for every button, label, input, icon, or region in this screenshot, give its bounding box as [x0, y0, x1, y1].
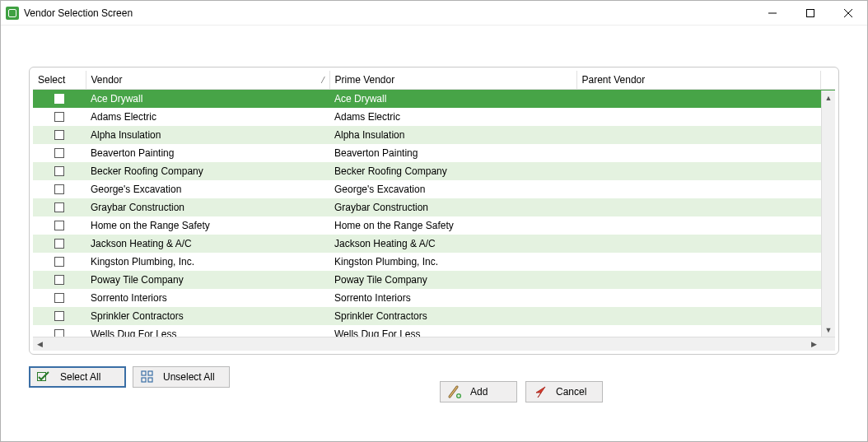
table-row[interactable]: Adams ElectricAdams Electric — [33, 108, 835, 126]
vendor-table: Select Vendor ⁄ Prime Vendor Parent Vend… — [33, 71, 835, 351]
cell-vendor: Home on the Range Safety — [86, 216, 329, 235]
table-row[interactable]: Sorrento InteriorsSorrento Interiors — [33, 289, 835, 307]
sort-indicator-icon: ⁄ — [323, 76, 324, 85]
minimize-button[interactable] — [754, 1, 791, 26]
minimize-icon — [768, 9, 777, 17]
maximize-icon — [806, 9, 814, 17]
select-all-label: Select All — [60, 371, 100, 383]
cell-parent — [576, 253, 820, 271]
table-row[interactable]: Jackson Heating & A/CJackson Heating & A… — [33, 235, 835, 253]
cell-vendor: Beaverton Painting — [86, 144, 329, 162]
add-button[interactable]: Add — [440, 381, 517, 402]
cell-prime: George's Excavation — [329, 180, 576, 198]
cell-vendor: Graybar Construction — [86, 198, 329, 216]
cell-vendor: Poway Tile Company — [86, 271, 329, 289]
cell-parent — [576, 180, 820, 198]
cell-prime: Adams Electric — [329, 108, 576, 126]
cell-vendor: Adams Electric — [86, 108, 329, 126]
cell-prime: Kingston Plumbing, Inc. — [329, 253, 576, 271]
table-row[interactable]: Sprinkler ContractorsSprinkler Contracto… — [33, 307, 835, 325]
close-icon — [844, 9, 852, 17]
row-checkbox[interactable] — [54, 257, 64, 267]
cell-vendor: Becker Roofing Company — [86, 162, 329, 180]
cancel-icon — [533, 384, 548, 399]
add-icon — [447, 384, 462, 399]
row-checkbox[interactable] — [54, 148, 64, 158]
col-header-parent[interactable]: Parent Vendor — [576, 71, 820, 90]
cell-vendor: Sprinkler Contractors — [86, 307, 329, 325]
cell-parent — [576, 307, 820, 325]
cell-vendor: George's Excavation — [86, 180, 329, 198]
col-header-vendor[interactable]: Vendor ⁄ — [86, 71, 329, 90]
scroll-left-icon[interactable]: ◀ — [33, 337, 47, 351]
vendor-panel: Select Vendor ⁄ Prime Vendor Parent Vend… — [29, 67, 839, 355]
svg-rect-8 — [148, 378, 152, 382]
row-checkbox[interactable] — [54, 112, 64, 122]
scroll-right-icon[interactable]: ▶ — [807, 337, 821, 351]
svg-rect-7 — [142, 378, 146, 382]
svg-rect-6 — [148, 371, 152, 375]
col-header-prime[interactable]: Prime Vendor — [329, 71, 576, 90]
select-all-icon — [37, 370, 52, 384]
cell-parent — [576, 144, 820, 162]
table-row[interactable]: Home on the Range SafetyHome on the Rang… — [33, 216, 835, 235]
cell-prime: Ace Drywall — [329, 90, 576, 108]
row-checkbox[interactable] — [54, 202, 64, 212]
cell-parent — [576, 126, 820, 144]
cancel-button[interactable]: Cancel — [525, 381, 603, 402]
table-row[interactable]: Kingston Plumbing, Inc.Kingston Plumbing… — [33, 253, 835, 271]
titlebar: Vendor Selection Screen — [1, 1, 867, 26]
cell-vendor: Alpha Insulation — [86, 126, 329, 144]
cell-parent — [576, 289, 820, 307]
maximize-button[interactable] — [791, 1, 829, 26]
select-all-button[interactable]: Select All — [29, 366, 126, 388]
cell-parent — [576, 216, 820, 235]
cell-prime: Home on the Range Safety — [329, 216, 576, 235]
cell-prime: Becker Roofing Company — [329, 162, 576, 180]
vertical-scrollbar[interactable]: ▲ ▼ — [821, 91, 835, 337]
col-header-select[interactable]: Select — [33, 71, 86, 90]
horizontal-scrollbar[interactable]: ◀ ▶ — [33, 337, 835, 351]
unselect-all-icon — [140, 370, 155, 384]
cell-prime: Jackson Heating & A/C — [329, 235, 576, 253]
cell-parent — [576, 198, 820, 216]
table-row[interactable]: Graybar ConstructionGraybar Construction — [33, 198, 835, 216]
scroll-up-icon[interactable]: ▲ — [822, 91, 835, 105]
row-checkbox[interactable] — [54, 166, 64, 176]
add-label: Add — [470, 386, 488, 398]
app-icon — [6, 7, 19, 20]
unselect-all-label: Unselect All — [163, 371, 215, 383]
row-checkbox[interactable] — [54, 275, 64, 285]
cell-parent — [576, 235, 820, 253]
row-checkbox[interactable] — [54, 94, 64, 104]
table-row[interactable]: Alpha InsulationAlpha Insulation — [33, 126, 835, 144]
cell-prime: Poway Tile Company — [329, 271, 576, 289]
cancel-label: Cancel — [556, 386, 586, 398]
svg-rect-1 — [807, 9, 814, 16]
table-row[interactable]: Poway Tile CompanyPoway Tile Company — [33, 271, 835, 289]
svg-rect-5 — [142, 371, 146, 375]
cell-parent — [576, 162, 820, 180]
row-checkbox[interactable] — [54, 221, 64, 230]
row-checkbox[interactable] — [54, 184, 64, 194]
window-title: Vendor Selection Screen — [24, 7, 133, 19]
close-button[interactable] — [829, 1, 867, 26]
table-row[interactable]: George's ExcavationGeorge's Excavation — [33, 180, 835, 198]
table-row[interactable]: Becker Roofing CompanyBecker Roofing Com… — [33, 162, 835, 180]
col-header-scroll — [820, 71, 835, 90]
cell-parent — [576, 90, 820, 108]
table-row[interactable]: Ace DrywallAce Drywall — [33, 90, 835, 108]
cell-vendor: Kingston Plumbing, Inc. — [86, 253, 329, 271]
row-checkbox[interactable] — [54, 130, 64, 140]
cell-prime: Beaverton Painting — [329, 144, 576, 162]
svg-line-10 — [450, 387, 457, 397]
cell-prime: Sorrento Interiors — [329, 289, 576, 307]
table-row[interactable]: Beaverton PaintingBeaverton Painting — [33, 144, 835, 162]
cell-parent — [576, 108, 820, 126]
unselect-all-button[interactable]: Unselect All — [133, 366, 230, 388]
row-checkbox[interactable] — [54, 239, 64, 249]
cell-vendor: Jackson Heating & A/C — [86, 235, 329, 253]
row-checkbox[interactable] — [54, 311, 64, 321]
scroll-down-icon[interactable]: ▼ — [822, 323, 835, 337]
row-checkbox[interactable] — [54, 293, 64, 303]
